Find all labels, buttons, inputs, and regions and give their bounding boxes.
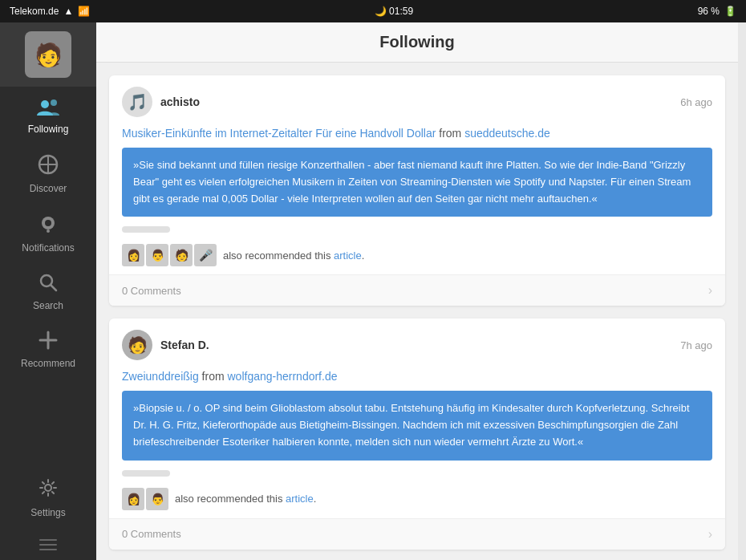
rec-avatar-4: 🎤 (194, 244, 217, 266)
rec-avatar-1: 👩 (122, 488, 144, 510)
scrollbar[interactable] (738, 22, 746, 560)
hamburger-icon (39, 539, 57, 550)
blur-bar (122, 226, 170, 233)
sidebar-item-following[interactable]: Following (0, 87, 96, 143)
post-title: Musiker-Einkünfte im Internet-Zeitalter … (109, 125, 725, 148)
also-article-link[interactable]: article (286, 493, 314, 505)
feed: 🎵 achisto 6h ago Musiker-Einkünfte im In… (96, 63, 738, 560)
recommend-icon (39, 331, 58, 353)
post-quote: »Sie sind bekannt und füllen riesige Kon… (122, 148, 712, 217)
status-bar: Telekom.de ▲ 📶 🌙 01:59 96 % 🔋 (0, 0, 746, 22)
from-text: from (202, 370, 228, 383)
chevron-right-icon: › (708, 283, 712, 298)
rec-avatar-1: 👩 (122, 244, 144, 266)
status-time: 🌙 01:59 (375, 6, 413, 17)
also-text: also recommended this article. (223, 250, 364, 262)
author-name: Stefan D. (160, 339, 209, 351)
post-time: 6h ago (680, 96, 712, 108)
discover-icon (38, 154, 59, 178)
post-recommenders: 👩 👨 🧑 🎤 also recommended this article. (109, 239, 725, 274)
svg-line-9 (51, 285, 56, 290)
sidebar-item-settings[interactable]: Settings (0, 467, 96, 530)
also-text: also recommended this article. (175, 493, 316, 505)
carrier-text: Telekom.de (10, 6, 59, 17)
search-icon (39, 273, 58, 295)
user-avatar-area[interactable]: 🧑 (0, 22, 96, 87)
post-avatar: 🎵 (122, 87, 152, 117)
following-label: Following (28, 124, 69, 135)
post-author: 🎵 achisto (122, 87, 200, 117)
author-name: achisto (160, 95, 200, 108)
recommender-avatars: 👩 👨 (122, 488, 168, 510)
page-title: Following (379, 33, 454, 51)
sidebar-item-notifications[interactable]: Notifications (0, 202, 96, 262)
post-avatar: 🧑 (122, 330, 152, 360)
from-text: from (439, 127, 464, 140)
source-link[interactable]: sueddeutsche.de (464, 127, 550, 140)
following-icon (37, 98, 59, 119)
wifi-icon: 📶 (78, 6, 90, 17)
comments-count: 0 Comments (122, 528, 181, 540)
sidebar: 🧑 Following Disco (0, 22, 96, 560)
search-label: Search (33, 300, 63, 311)
content-area: Following 🎵 achisto 6h ago Musiker-Einkü… (96, 22, 738, 560)
sidebar-item-discover[interactable]: Discover (0, 143, 96, 202)
post-recommenders: 👩 👨 also recommended this article. (109, 483, 725, 518)
sidebar-item-search[interactable]: Search (0, 262, 96, 319)
svg-rect-7 (47, 229, 50, 233)
rec-avatar-2: 👨 (146, 244, 168, 266)
svg-point-0 (41, 100, 49, 108)
comments-count: 0 Comments (122, 285, 181, 297)
settings-icon (39, 478, 58, 502)
svg-point-12 (45, 485, 51, 491)
article-title-link[interactable]: Zweiunddreißig (122, 370, 199, 383)
moon-icon: 🌙 (375, 6, 387, 17)
notifications-label: Notifications (22, 242, 74, 254)
notifications-icon (39, 213, 58, 237)
avatar-icon: 🎵 (128, 92, 148, 112)
avatar-placeholder: 🧑 (34, 42, 63, 68)
avatar: 🧑 (25, 31, 71, 78)
svg-point-1 (51, 99, 57, 106)
post-header: 🧑 Stefan D. 7h ago (109, 319, 725, 368)
also-article-link[interactable]: article (334, 250, 362, 262)
settings-label: Settings (30, 507, 65, 518)
post-author: 🧑 Stefan D. (122, 330, 209, 360)
post-card: 🎵 achisto 6h ago Musiker-Einkünfte im In… (109, 75, 725, 306)
post-comments[interactable]: 0 Comments › (109, 274, 725, 306)
sidebar-item-recommend[interactable]: Recommend (0, 319, 96, 377)
chevron-right-icon: › (708, 527, 712, 542)
status-battery: 96 % 🔋 (698, 6, 736, 17)
avatar-icon: 🧑 (128, 335, 148, 355)
status-carrier: Telekom.de ▲ 📶 (10, 6, 90, 17)
blur-bar (122, 470, 170, 477)
post-title: Zweiunddreißig from wolfgang-herrndorf.d… (109, 368, 725, 391)
discover-label: Discover (30, 183, 67, 194)
rec-avatar-3: 🧑 (170, 244, 193, 266)
recommender-avatars: 👩 👨 🧑 🎤 (122, 244, 217, 266)
article-title-link[interactable]: Musiker-Einkünfte im Internet-Zeitalter … (122, 127, 436, 140)
rec-avatar-2: 👨 (146, 488, 168, 510)
page-header: Following (96, 22, 738, 63)
source-link[interactable]: wolfgang-herrndorf.de (228, 370, 338, 383)
signal-icon: ▲ (63, 6, 73, 17)
battery-icon: 🔋 (724, 6, 736, 17)
recommend-label: Recommend (21, 358, 75, 369)
hamburger-menu[interactable] (0, 530, 96, 560)
post-comments[interactable]: 0 Comments › (109, 518, 725, 550)
svg-rect-6 (45, 220, 51, 226)
post-card: 🧑 Stefan D. 7h ago Zweiunddreißig from w… (109, 319, 725, 549)
post-time: 7h ago (680, 339, 712, 351)
post-quote: »Biopsie u. / o. OP sind beim Glioblasto… (122, 391, 712, 460)
post-header: 🎵 achisto 6h ago (109, 75, 725, 125)
